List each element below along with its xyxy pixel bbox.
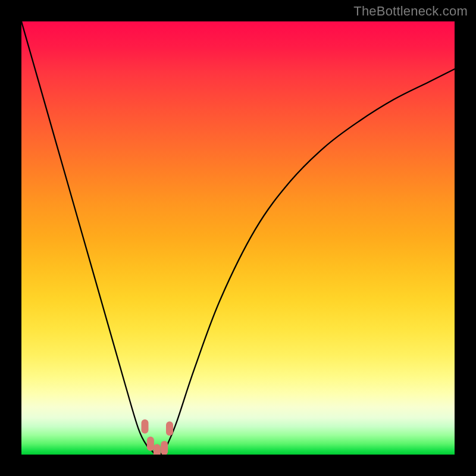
bottleneck-curve xyxy=(21,21,455,455)
marker-left-shoulder xyxy=(142,419,149,434)
plot-area xyxy=(21,21,455,455)
watermark-text: TheBottleneck.com xyxy=(353,4,468,19)
outer-frame: TheBottleneck.com xyxy=(0,0,476,476)
marker-bottom-left xyxy=(147,437,154,451)
marker-bottom-right xyxy=(161,441,168,455)
chart-svg xyxy=(21,21,455,455)
marker-bottom-center xyxy=(154,444,161,455)
marker-group xyxy=(142,419,174,455)
marker-right-shoulder xyxy=(166,421,173,436)
